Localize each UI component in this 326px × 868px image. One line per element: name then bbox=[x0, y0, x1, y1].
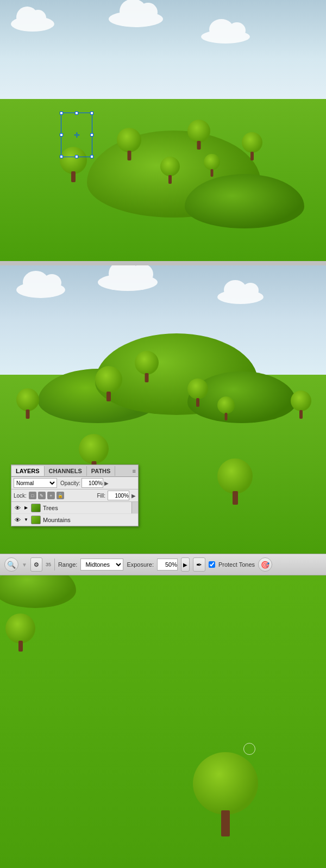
lock-label: Lock: bbox=[14, 493, 27, 499]
mc-cloud-1 bbox=[16, 282, 65, 298]
canvas-divider-1 bbox=[0, 261, 326, 265]
layer-name-mountains: Mountains bbox=[43, 517, 71, 523]
layers-tabs: LAYERS CHANNELS PATHS ≡ bbox=[11, 465, 138, 477]
mc-cloud-2 bbox=[98, 274, 158, 291]
fill-label: Fill: bbox=[97, 493, 105, 499]
mc-cloud-3 bbox=[217, 290, 264, 304]
canvas-bot[interactable] bbox=[0, 575, 326, 868]
tree-4-mid bbox=[16, 388, 39, 419]
tree-2-top bbox=[117, 128, 141, 160]
tree-2-mid bbox=[95, 366, 122, 401]
lock-paint-icon[interactable]: ✎ bbox=[38, 492, 46, 499]
layers-menu-button[interactable]: ≡ bbox=[133, 468, 136, 474]
layer-row-trees[interactable]: 👁 ▶ Trees bbox=[11, 502, 138, 514]
tree-3-mid bbox=[187, 379, 208, 407]
layer-visibility-trees[interactable]: 👁 bbox=[14, 504, 21, 512]
fill-arrow[interactable]: ▶ bbox=[131, 493, 136, 499]
exposure-label: Exposure: bbox=[127, 561, 154, 568]
cloud-1 bbox=[11, 16, 54, 32]
brush-settings-button[interactable]: ⚙ bbox=[30, 557, 42, 572]
protect-tones-checkbox[interactable] bbox=[209, 561, 215, 568]
layer-collapse-mountains[interactable]: ▼ bbox=[23, 517, 29, 523]
target-button[interactable]: 🎯 bbox=[258, 557, 272, 572]
layers-panel: LAYERS CHANNELS PATHS ≡ Normal Opacity: … bbox=[11, 464, 139, 526]
canvas-mid[interactable]: LAYERS CHANNELS PATHS ≡ Normal Opacity: … bbox=[0, 265, 326, 554]
tool-size-separator: ▼ bbox=[22, 562, 27, 568]
toolbar-separator-1 bbox=[54, 559, 55, 571]
toolbar-strip: 🔍 ▼ ⚙ 35 Range: Midtones Shadows Highlig… bbox=[0, 554, 326, 575]
opacity-label: Opacity: bbox=[60, 480, 80, 486]
protect-tones-label: Protect Tones bbox=[218, 561, 255, 568]
fill-input[interactable] bbox=[108, 491, 129, 500]
canvas-top[interactable]: ✛ bbox=[0, 0, 326, 261]
blend-mode-select[interactable]: Normal bbox=[14, 478, 57, 488]
tab-paths[interactable]: PATHS bbox=[87, 466, 116, 476]
layer-thumb-trees bbox=[31, 504, 41, 512]
range-select[interactable]: Midtones Shadows Highlights bbox=[80, 559, 123, 571]
exposure-arrow-button[interactable]: ▶ bbox=[181, 557, 190, 572]
burn-tool-button[interactable]: 🔍 bbox=[4, 557, 18, 572]
layer-thumb-mountains bbox=[31, 516, 41, 524]
airbrush-button[interactable]: ✒ bbox=[193, 557, 205, 572]
lock-all-icon[interactable]: 🔒 bbox=[57, 492, 64, 499]
opacity-arrow[interactable]: ▶ bbox=[104, 480, 109, 486]
cloud-3 bbox=[201, 30, 250, 44]
range-label: Range: bbox=[58, 561, 77, 568]
tree-1-mid bbox=[135, 351, 159, 382]
lock-move-icon[interactable]: + bbox=[47, 492, 55, 499]
tree-5-mid bbox=[291, 390, 311, 419]
tree-4-top bbox=[242, 132, 262, 160]
tab-layers[interactable]: LAYERS bbox=[11, 466, 45, 476]
tree-3-top bbox=[187, 120, 210, 150]
opacity-input[interactable] bbox=[82, 478, 103, 488]
layers-scrollbar[interactable] bbox=[131, 502, 138, 513]
layer-row-mountains[interactable]: 👁 ▼ Mountains bbox=[11, 514, 138, 526]
tree-6-top bbox=[204, 154, 220, 177]
lock-transparency-icon[interactable]: □ bbox=[29, 492, 36, 499]
layer-name-trees: Trees bbox=[43, 505, 58, 511]
lock-fill-row: Lock: □ ✎ + 🔒 Fill: ▶ bbox=[11, 489, 138, 502]
layer-visibility-mountains[interactable]: 👁 bbox=[14, 516, 21, 524]
selection-box[interactable]: ✛ bbox=[61, 113, 92, 157]
blend-opacity-row: Normal Opacity: ▶ bbox=[11, 477, 138, 489]
tree-large-bot-right bbox=[193, 752, 258, 836]
tool-size-display: 35 bbox=[46, 562, 51, 567]
layer-expand-trees[interactable]: ▶ bbox=[23, 505, 29, 511]
tree-5-top bbox=[160, 157, 180, 184]
tool-size-value: 35 bbox=[46, 562, 51, 567]
tab-channels[interactable]: CHANNELS bbox=[45, 466, 87, 476]
ground-bot bbox=[0, 575, 326, 868]
tree-6-mid bbox=[217, 396, 235, 420]
cloud-2 bbox=[109, 11, 163, 27]
exposure-input[interactable] bbox=[157, 559, 178, 571]
tree-8-mid-foreground bbox=[217, 458, 253, 505]
tree-small-bot-left bbox=[5, 613, 35, 652]
lock-icons: □ ✎ + 🔒 bbox=[29, 492, 64, 499]
